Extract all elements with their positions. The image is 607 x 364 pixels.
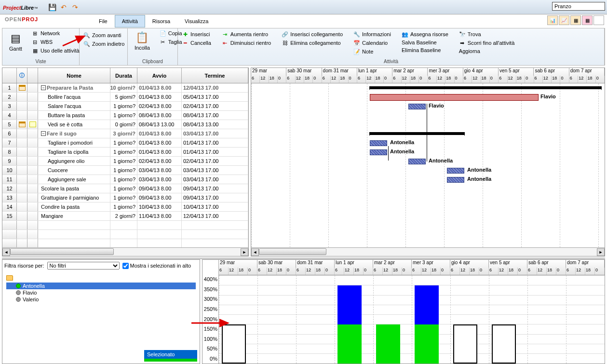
col-info-icon[interactable]: ⓘ xyxy=(17,68,27,83)
task-row[interactable]: 15Mangiare2 giorni?11/04/13 8.0012/04/13… xyxy=(2,212,248,221)
col-rownum[interactable] xyxy=(2,68,17,83)
resource-tree[interactable]: AntonellaFlavioValerio xyxy=(4,272,198,362)
link-button[interactable]: 🔗Inserisci collegamento xyxy=(281,30,344,38)
redo-button[interactable]: ↷ xyxy=(70,2,80,12)
gantt-bar-8 xyxy=(370,149,387,155)
task-row[interactable]: 4Buttare la pasta1 giorno?08/04/13 8.000… xyxy=(2,111,248,120)
view-blank-icon[interactable] xyxy=(594,15,604,25)
attivita-group-label: Attività xyxy=(181,58,601,65)
task-row[interactable]: 11Aggiungere sale1 giorno?03/04/13 8.000… xyxy=(2,175,248,184)
indent-button[interactable]: ⇥Aumenta rientro xyxy=(221,30,272,38)
goto-icon: ➡ xyxy=(459,40,466,46)
uso-attivita-button[interactable]: ▦Uso delle attività xyxy=(31,47,81,54)
gantt-chart[interactable]: 29 marsab 30 mardom 31 marlun 1 aprmar 2… xyxy=(251,67,605,256)
capacity-bar xyxy=(222,324,246,364)
col-name[interactable]: Nome xyxy=(38,68,110,83)
alloc-bar xyxy=(376,324,400,364)
wrench-icon: 🔧 xyxy=(353,31,360,38)
col-indicator[interactable] xyxy=(27,68,38,83)
paste-icon: 📋 xyxy=(135,31,148,44)
task-row[interactable]: 1−Preparare la Pasta10 giorni?01/04/13 8… xyxy=(2,83,248,93)
scroll-to-button[interactable]: ➡Scorri fino all'attività xyxy=(458,39,515,47)
alloc-bar xyxy=(415,324,439,364)
project-name-field[interactable] xyxy=(552,2,605,11)
gantt-button[interactable]: ▤ Gantt xyxy=(5,29,26,54)
task-row[interactable]: 10Cuocere1 giorno?03/04/13 8.0003/04/13 … xyxy=(2,166,248,175)
note-indicator-icon xyxy=(29,121,36,127)
resource-item[interactable]: Valerio xyxy=(6,296,196,303)
view-tracking-icon[interactable]: 📈 xyxy=(559,15,569,25)
filter-select[interactable]: No filtri xyxy=(47,262,120,270)
assign-icon: 👥 xyxy=(402,31,408,38)
gantt-hscroll[interactable]: ◄ ► xyxy=(251,247,605,256)
undo-button[interactable]: ↶ xyxy=(59,2,68,12)
gantt-bar-7 xyxy=(370,140,387,146)
del-baseline-button[interactable]: Elimina Baseline xyxy=(401,47,449,54)
resource-item[interactable]: Flavio xyxy=(6,289,196,296)
info-button[interactable]: 🔧Informazioni xyxy=(352,30,392,38)
insert-button[interactable]: ✚Inserisci xyxy=(181,30,212,38)
tab-file[interactable]: File xyxy=(92,15,115,27)
tab-attivita[interactable]: Attività xyxy=(115,15,145,27)
timeline-day: lun 1 apr xyxy=(357,68,392,76)
tab-visualizza[interactable]: Visualizza xyxy=(177,15,216,27)
gantt-label-ant-5: Antonella xyxy=(467,176,491,182)
yaxis-tick: 300% xyxy=(203,296,217,302)
task-row[interactable]: 9Aggiungere olio1 giorno?02/04/13 8.0002… xyxy=(2,157,248,166)
timeline-day: mer 3 apr xyxy=(412,260,450,268)
view-chart-icon[interactable]: 📊 xyxy=(547,15,558,25)
network-icon: ⊞ xyxy=(32,30,39,37)
delete-button[interactable]: ━Cancella xyxy=(181,39,212,47)
task-row[interactable]: 14Condire la pasta1 giorno?10/04/13 8.00… xyxy=(2,202,248,212)
col-finish[interactable]: Termine xyxy=(182,68,248,83)
timeline-day: lun 1 apr xyxy=(335,260,373,268)
note-button[interactable]: 📝Note xyxy=(352,48,392,55)
paste-button[interactable]: 📋 Incolla xyxy=(131,29,154,53)
task-row[interactable]: 7Tagliare i pomodori1 giorno?01/04/13 8.… xyxy=(2,138,248,148)
task-row[interactable]: 13Grattugiare il parmigiano1 giorno?09/0… xyxy=(2,193,248,202)
update-button[interactable]: Aggiorna xyxy=(458,48,515,54)
yaxis-tick: 350% xyxy=(203,286,217,292)
gantt-bar-3 xyxy=(408,104,426,109)
task-row[interactable]: 6−Fare il sugo3 giorni?01/04/13 8.0003/0… xyxy=(2,129,248,138)
unlink-button[interactable]: ⛓Elimina collegamento xyxy=(281,39,344,47)
copy-icon: 📄 xyxy=(160,30,166,37)
assign-button[interactable]: 👥Assegna risorse xyxy=(401,30,449,38)
tab-risorsa[interactable]: Risorsa xyxy=(145,15,177,27)
col-start[interactable]: Avvio xyxy=(137,68,182,83)
selection-legend: Selezionato xyxy=(144,350,197,362)
outdent-button[interactable]: ⇤Diminuisci rientro xyxy=(221,39,272,47)
wbs-icon: ⊟ xyxy=(32,39,39,45)
status-dot-icon xyxy=(16,290,21,295)
view-usage-icon[interactable]: ▦ xyxy=(570,15,581,25)
gantt-summary-1 xyxy=(370,86,601,89)
minus-icon: ━ xyxy=(182,40,189,46)
col-duration[interactable]: Durata xyxy=(110,68,137,83)
timeline-day: mar 2 apr xyxy=(373,260,412,268)
view-resuse-icon[interactable]: ▦ xyxy=(582,15,593,25)
calendar-button[interactable]: 📅Calendario xyxy=(352,39,392,47)
find-button[interactable]: 🔭Trova xyxy=(458,30,515,38)
histogram-panel[interactable]: 400%350%300%250%200%150%100%50%0% 29 mar… xyxy=(202,259,605,364)
wbs-button[interactable]: ⊟WBS xyxy=(31,38,81,46)
task-table[interactable]: ⓘ Nome Durata Avvio Termine 1−Preparare … xyxy=(2,67,249,256)
gantt-bar-2 xyxy=(370,94,539,101)
timeline-day: 29 mar xyxy=(219,260,257,268)
task-row[interactable]: 12Scolare la pasta1 giorno?09/04/13 8.00… xyxy=(2,184,248,193)
timeline-day: sab 6 apr xyxy=(534,68,569,76)
show-selected-checkbox[interactable]: Mostra i selezionati in alto xyxy=(122,263,191,269)
save-baseline-button[interactable]: Salva Baseline xyxy=(401,39,449,46)
timeline-day: gio 4 apr xyxy=(463,68,499,76)
yaxis-tick: 250% xyxy=(203,306,217,312)
timeline-day: 29 mar xyxy=(251,68,286,76)
zoom-in-button[interactable]: 🔍Zoom avanti xyxy=(82,31,124,39)
task-row[interactable]: 3Salare l'acqua1 giorno?02/04/13 8.0002/… xyxy=(2,102,248,111)
save-button[interactable]: 💾 xyxy=(47,2,57,12)
task-row[interactable]: 8Tagliare la cipolla1 giorno?01/04/13 8.… xyxy=(2,148,248,157)
resource-item[interactable]: Antonella xyxy=(6,283,196,289)
task-row[interactable]: 2Bollire l'acqua5 giorni?01/04/13 8.0005… xyxy=(2,93,248,102)
task-hscroll[interactable]: ◄ ► xyxy=(2,247,248,256)
task-row[interactable]: 5Vedi se è cotta0 giorni?08/04/13 13.000… xyxy=(2,120,248,129)
zoom-out-button[interactable]: 🔍Zoom indietro xyxy=(82,40,124,48)
network-button[interactable]: ⊞Network xyxy=(31,29,81,37)
